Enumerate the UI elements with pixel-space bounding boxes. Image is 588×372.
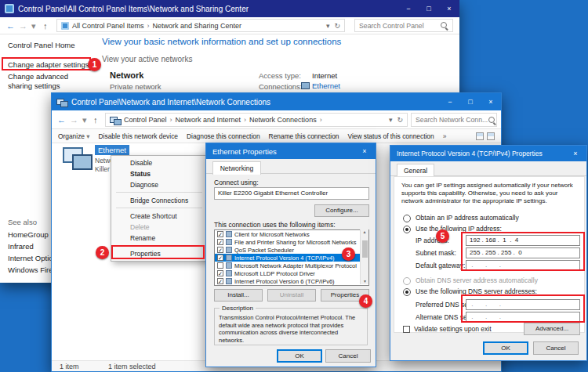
back-icon[interactable]: ← (57, 114, 66, 125)
minimize-button[interactable]: − (440, 93, 460, 110)
forward-icon[interactable]: → (19, 20, 27, 31)
connection-item[interactable]: ✓QoS Packet Scheduler (215, 246, 361, 254)
checkbox-icon[interactable]: ✓ (217, 278, 223, 284)
preferred-dns-field[interactable]: . . . (466, 299, 580, 310)
radio-use-dns-label[interactable]: Use the following DNS server addresses: (416, 287, 537, 295)
titlebar-network-connections[interactable]: Control Panel\Network and Internet\Netwo… (52, 93, 501, 110)
breadcrumb-dropdown-icon[interactable]: ▾ (326, 22, 330, 30)
cancel-button[interactable]: Cancel (325, 349, 371, 363)
ethernet-link-label[interactable]: Ethernet (312, 81, 340, 90)
ip-address-field[interactable]: 192 . 168 . 1 . 4 (466, 235, 580, 246)
connection-item[interactable]: ✓Internet Protocol Version 4 (TCP/IPv4) (215, 254, 361, 262)
radio-use-dns[interactable] (403, 288, 411, 296)
connection-item[interactable]: Microsoft Network Adapter Multiplexor Pr… (215, 262, 361, 269)
search-icon[interactable] (488, 116, 496, 125)
titlebar-ethernet-properties[interactable]: Ethernet Properties × (206, 143, 376, 159)
checkbox-icon[interactable]: ✓ (217, 231, 223, 237)
up-icon[interactable]: ↑ (43, 20, 48, 31)
context-menu-item-rename[interactable]: Rename (111, 233, 207, 244)
connection-item[interactable]: ✓Internet Protocol Version 6 (TCP/IPv6) (215, 277, 361, 285)
context-menu-item-properties[interactable]: Properties (111, 248, 207, 259)
connection-item[interactable]: ✓Client for Microsoft Networks (215, 230, 361, 238)
breadcrumb[interactable]: Control Panel › Network and Internet › N… (105, 113, 408, 127)
sidebar-item-infrared[interactable]: Infrared (8, 242, 34, 251)
breadcrumb-item[interactable]: Network and Internet (176, 116, 241, 124)
breadcrumb-item[interactable]: All Control Panel Items (72, 22, 144, 30)
configure-button[interactable]: Configure... (314, 204, 369, 217)
scroll-up-icon[interactable]: ▲ (363, 229, 367, 234)
install-button[interactable]: Install... (214, 289, 263, 302)
ok-button[interactable]: OK (483, 341, 528, 355)
breadcrumb-item[interactable]: Control Panel (124, 116, 167, 124)
organize-menu[interactable]: Organize ▾ (58, 132, 90, 140)
cancel-button[interactable]: Cancel (533, 341, 579, 355)
close-button[interactable]: × (354, 143, 376, 159)
advanced-button[interactable]: Advanced... (524, 323, 580, 335)
checkbox-icon[interactable]: ✓ (217, 239, 223, 245)
forward-icon[interactable]: → (70, 114, 78, 125)
toolbar-overflow-icon[interactable]: » (443, 132, 447, 140)
close-button[interactable]: × (481, 93, 501, 110)
radio-use-ip[interactable] (403, 226, 411, 233)
sidebar-item-change-adapter-settings[interactable]: Change adapter settings (8, 60, 89, 69)
checkbox-icon[interactable]: ✓ (217, 255, 223, 261)
toolbar-disable-device[interactable]: Disable this network device (99, 132, 178, 140)
toolbar-diagnose-connection[interactable]: Diagnose this connection (187, 132, 260, 140)
search-icon[interactable] (440, 21, 448, 30)
sidebar-item-homegroup[interactable]: HomeGroup (8, 230, 49, 239)
breadcrumb[interactable]: All Control Panel Items › Network and Sh… (56, 19, 345, 32)
validate-checkbox-label[interactable]: Validate settings upon exit (414, 325, 492, 333)
context-menu-item-create-shortcut[interactable]: Create Shortcut (111, 211, 207, 222)
up-icon[interactable]: ↑ (93, 114, 98, 125)
search-input[interactable]: Search Network Conn... (411, 113, 497, 127)
context-menu-item-diagnose[interactable]: Diagnose (111, 179, 207, 190)
alternate-dns-field[interactable]: . . . (466, 312, 580, 323)
back-icon[interactable]: ← (6, 20, 15, 31)
minimize-button[interactable]: − (398, 0, 419, 17)
maximize-button[interactable]: □ (419, 0, 439, 17)
search-input[interactable]: Search Control Panel (354, 19, 453, 32)
checkbox-icon[interactable] (217, 262, 223, 269)
breadcrumb-item[interactable]: Network Connections (249, 116, 317, 124)
refresh-icon[interactable]: ↻ (334, 22, 340, 30)
connection-item[interactable]: ✓Microsoft LLDP Protocol Driver (215, 269, 361, 277)
context-menu-item-status[interactable]: Status (111, 168, 207, 179)
radio-obtain-ip[interactable] (403, 215, 411, 222)
titlebar-ipv4-properties[interactable]: Internet Protocol Version 4 (TCP/IPv4) P… (390, 146, 586, 161)
toolbar-view-status[interactable]: View status of this connection (347, 132, 434, 140)
history-dropdown-icon[interactable]: ▾ (31, 20, 36, 31)
maximize-button[interactable]: □ (460, 93, 481, 110)
ok-button[interactable]: OK (277, 349, 322, 363)
scroll-thumb[interactable] (362, 240, 368, 258)
ethernet-link[interactable]: Ethernet (301, 81, 340, 90)
checkbox-icon[interactable]: ✓ (217, 247, 223, 253)
sidebar-item-change-advanced-sharing[interactable]: Change advanced sharing settings (8, 72, 89, 90)
default-gateway-field[interactable]: . . . (466, 260, 580, 271)
tab-networking[interactable]: Networking (212, 161, 261, 175)
radio-obtain-ip-label[interactable]: Obtain an IP address automatically (416, 214, 519, 222)
close-button[interactable]: × (439, 0, 459, 17)
context-menu-item-disable[interactable]: Disable (111, 157, 207, 168)
view-large-icons-icon[interactable] (476, 132, 484, 140)
view-details-icon[interactable] (487, 132, 495, 140)
connection-item-ethernet[interactable]: Ethernet (95, 145, 129, 155)
radio-use-ip-label[interactable]: Use the following IP address: (416, 225, 502, 233)
breadcrumb-dropdown-icon[interactable]: ▾ (389, 116, 393, 124)
close-button[interactable]: × (564, 146, 586, 161)
breadcrumb-item[interactable]: Network and Sharing Center (153, 22, 242, 30)
context-menu-item-bridge-connections[interactable]: Bridge Connections (111, 195, 207, 206)
sidebar-item-control-panel-home[interactable]: Control Panel Home (8, 41, 75, 49)
scroll-down-icon[interactable]: ▼ (363, 279, 367, 284)
subnet-mask-field[interactable]: 255 . 255 . 255 . 0 (466, 247, 580, 258)
tab-general[interactable]: General (397, 164, 434, 177)
ethernet-adapter-icon[interactable] (61, 145, 93, 170)
checkbox-icon[interactable]: ✓ (217, 270, 223, 276)
toolbar-rename-connection[interactable]: Rename this connection (269, 132, 339, 140)
connection-item[interactable]: ✓File and Printer Sharing for Microsoft … (215, 238, 361, 246)
titlebar-network-sharing-center[interactable]: Control Panel\All Control Panel Items\Ne… (0, 0, 459, 17)
scrollbar[interactable]: ▲ ▼ (360, 229, 368, 284)
refresh-icon[interactable]: ↻ (397, 116, 403, 124)
history-dropdown-icon[interactable]: ▾ (82, 114, 87, 125)
validate-checkbox[interactable] (403, 326, 410, 333)
organize-label: Organize (58, 132, 85, 140)
